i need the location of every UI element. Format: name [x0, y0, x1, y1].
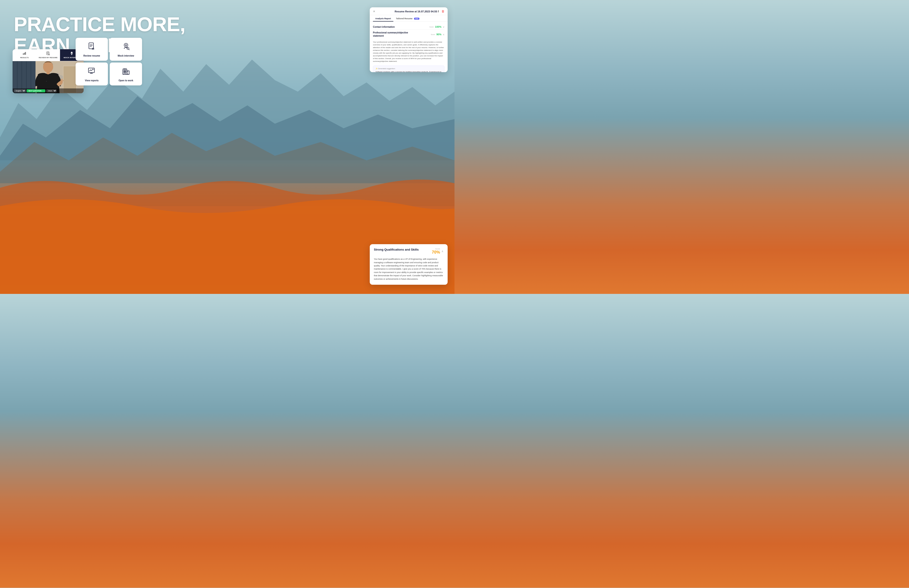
- results-icon: [23, 52, 26, 56]
- summary-description: Your professional summary/objective stat…: [373, 39, 444, 65]
- close-button[interactable]: ✕: [373, 10, 375, 13]
- svg-rect-48: [125, 72, 126, 73]
- video-controls: English NEXT QUESTION → Short: [13, 89, 84, 93]
- svg-text:AI: AI: [92, 48, 94, 50]
- reports-card-icon: [88, 67, 96, 77]
- card-mock-interview[interactable]: Mock interview: [110, 38, 142, 61]
- panel-tabs: Analysis Report Tailored Resume new: [370, 15, 447, 22]
- section-summary: Professional summary/objective statement…: [373, 30, 444, 39]
- card-mock-interview-label: Mock interview: [118, 55, 134, 57]
- card-review-resume[interactable]: AI Review resume: [76, 38, 108, 61]
- qual-header: Strong Qualifications and Skills Score 7…: [374, 248, 444, 255]
- card-open-to-work-label: Open to work: [119, 79, 133, 82]
- svg-rect-44: [123, 69, 127, 74]
- score-value-summary: 90%: [436, 33, 441, 36]
- qual-score-value: 70%: [432, 250, 440, 255]
- resume-review-panel: ✕ Resume Review at 16.07.2023 04.55 ⬇ 🗑 …: [370, 7, 447, 72]
- expand-contact[interactable]: ∨: [443, 26, 444, 28]
- qual-title: Strong Qualifications and Skills: [374, 248, 419, 251]
- section-contact-name: Contact information: [373, 26, 395, 28]
- qual-expand-btn[interactable]: ∧: [441, 250, 444, 253]
- section-summary-name: Professional summary/objective statement: [373, 31, 410, 37]
- download-button[interactable]: ⬇: [437, 10, 439, 13]
- svg-rect-51: [128, 71, 128, 72]
- svg-rect-45: [124, 70, 124, 71]
- card-view-reports-label: View reports: [85, 79, 99, 82]
- delete-button[interactable]: 🗑: [441, 10, 444, 13]
- tab-review-label: REVIEW MY RESUME: [39, 57, 58, 59]
- panel-header: ✕ Resume Review at 16.07.2023 04.55 ⬇ 🗑: [370, 7, 447, 15]
- card-review-resume-label: Review resume: [83, 55, 100, 57]
- svg-rect-3: [25, 52, 26, 55]
- qualifications-panel: Strong Qualifications and Skills Score 7…: [370, 244, 447, 285]
- qual-score-label: Score: [432, 248, 440, 250]
- svg-line-9: [49, 55, 50, 55]
- tab-tailored-resume[interactable]: Tailored Resume new: [394, 16, 422, 21]
- panel-actions: ⬇ 🗑: [437, 10, 444, 13]
- tab-results-label: RESULTS: [20, 57, 29, 59]
- review-icon: [46, 52, 50, 56]
- tab-review-resume[interactable]: REVIEW MY RESUME: [36, 49, 60, 61]
- svg-rect-49: [124, 73, 126, 74]
- card-view-reports[interactable]: View reports: [76, 63, 108, 86]
- interview-card-icon: [122, 42, 130, 52]
- svg-rect-46: [125, 70, 126, 71]
- svg-point-37: [125, 44, 127, 46]
- language-select[interactable]: English: [14, 89, 26, 92]
- section-contact: Contact information Score 100% ∨: [373, 24, 444, 30]
- next-question-button[interactable]: NEXT QUESTION →: [27, 89, 45, 92]
- score-value-contact: 100%: [435, 26, 441, 28]
- length-select[interactable]: Short: [46, 89, 57, 92]
- interview-panel: RESULTS REVIEW MY RESUME: [13, 49, 84, 93]
- tab-results[interactable]: RESULTS: [13, 49, 36, 61]
- qual-score-area: Score 70% ∧: [432, 248, 444, 255]
- mock-icon: [70, 52, 74, 56]
- svg-line-39: [129, 49, 129, 50]
- qual-description: You have good qualifications as a VP of …: [374, 257, 444, 281]
- expand-summary[interactable]: ∧: [443, 33, 444, 36]
- qual-score-group: Score 70%: [432, 248, 440, 255]
- score-label-summary: Score: [431, 34, 435, 35]
- suggestion-box: ✨ Generated suggestion: Software enginee…: [373, 66, 444, 72]
- building-card-icon: [122, 67, 130, 77]
- svg-rect-2: [24, 53, 25, 55]
- score-group-summary: Score 90% ∧: [431, 33, 444, 36]
- svg-rect-47: [124, 72, 124, 73]
- suggestion-label: ✨ Generated suggestion:: [375, 68, 442, 69]
- resume-card-icon: AI: [88, 42, 96, 52]
- new-badge: new: [414, 18, 420, 20]
- feature-cards-grid: AI Review resume Mock interview: [76, 38, 142, 86]
- card-open-to-work[interactable]: Open to work: [110, 63, 142, 86]
- interview-video: ● English NEXT QUESTION → Short: [13, 61, 84, 93]
- panel-content: Contact information Score 100% ∨ Profess…: [370, 22, 447, 72]
- hero-line1: PRACTICE MORE,: [14, 13, 185, 36]
- svg-text:●: ●: [46, 80, 47, 82]
- tab-analysis-report[interactable]: Analysis Report: [373, 16, 393, 21]
- panel-title: Resume Review at 16.07.2023 04.55: [395, 10, 437, 13]
- score-label-contact: Score: [429, 26, 434, 28]
- interview-tabs: RESULTS REVIEW MY RESUME: [13, 49, 84, 61]
- score-group-contact: Score 100% ∨: [429, 26, 444, 28]
- suggestion-text: Software engineer with a passion for bui…: [375, 71, 442, 72]
- svg-rect-1: [23, 53, 24, 55]
